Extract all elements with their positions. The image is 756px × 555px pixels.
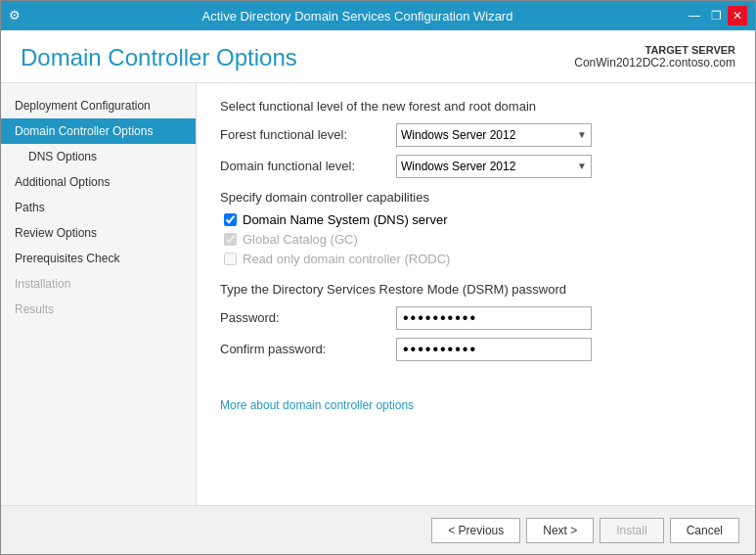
confirm-label: Confirm password:: [220, 342, 396, 356]
domain-dropdown[interactable]: Windows Server 2012 ▼: [396, 155, 592, 178]
forest-dropdown-arrow: ▼: [577, 129, 587, 140]
page-title: Domain Controller Options: [21, 44, 297, 72]
footer: < Previous Next > Install Cancel: [1, 505, 755, 554]
sidebar-item-deployment[interactable]: Deployment Configuration: [1, 93, 196, 118]
rodc-checkbox: [224, 253, 237, 265]
sidebar: Deployment Configuration Domain Controll…: [1, 83, 197, 505]
main-content: Select functional level of the new fores…: [197, 83, 755, 505]
main-window: ⚙ Active Directory Domain Services Confi…: [0, 0, 756, 555]
sidebar-item-dc-options[interactable]: Domain Controller Options: [1, 118, 196, 144]
confirm-password-input[interactable]: [396, 338, 592, 361]
content-area: Domain Controller Options TARGET SERVER …: [1, 30, 755, 505]
target-server-name: ConWin2012DC2.contoso.com: [574, 56, 735, 69]
sidebar-item-paths[interactable]: Paths: [1, 195, 196, 220]
sidebar-item-review[interactable]: Review Options: [1, 220, 196, 246]
sidebar-item-additional[interactable]: Additional Options: [1, 169, 196, 195]
forest-level-row: Forest functional level: Windows Server …: [220, 123, 732, 147]
forest-dropdown[interactable]: Windows Server 2012 ▼: [396, 123, 592, 147]
sidebar-item-prereqs[interactable]: Prerequisites Check: [1, 246, 196, 271]
target-server-info: TARGET SERVER ConWin2012DC2.contoso.com: [574, 44, 735, 69]
install-button: Install: [600, 518, 663, 543]
gc-checkbox-row: Global Catalog (GC): [220, 232, 732, 247]
confirm-password-row: Confirm password:: [220, 338, 732, 361]
dns-label: Domain Name System (DNS) server: [243, 212, 448, 227]
domain-dropdown-arrow: ▼: [577, 161, 587, 171]
title-bar: ⚙ Active Directory Domain Services Confi…: [1, 1, 755, 30]
more-link[interactable]: More about domain controller options: [220, 398, 414, 412]
forest-dropdown-wrap: Windows Server 2012 ▼: [396, 123, 592, 147]
domain-dropdown-wrap: Windows Server 2012 ▼: [396, 155, 592, 178]
rodc-label: Read only domain controller (RODC): [243, 252, 450, 266]
password-row: Password:: [220, 306, 732, 330]
page-header: Domain Controller Options TARGET SERVER …: [1, 30, 755, 83]
domain-label: Domain functional level:: [220, 159, 396, 173]
domain-level-row: Domain functional level: Windows Server …: [220, 155, 732, 178]
app-icon: ⚙: [9, 8, 24, 23]
previous-button[interactable]: < Previous: [431, 518, 520, 543]
dsrm-title: Type the Directory Services Restore Mode…: [220, 282, 732, 297]
sidebar-item-installation: Installation: [1, 271, 196, 297]
restore-button[interactable]: ❐: [706, 6, 726, 25]
domain-value: Windows Server 2012: [401, 160, 515, 173]
dns-checkbox-row: Domain Name System (DNS) server: [220, 212, 732, 227]
password-label: Password:: [220, 310, 396, 325]
window-title: Active Directory Domain Services Configu…: [30, 9, 685, 23]
password-input[interactable]: [396, 306, 592, 330]
minimize-button[interactable]: —: [685, 6, 704, 25]
sidebar-item-results: Results: [1, 297, 196, 322]
main-area: Deployment Configuration Domain Controll…: [1, 83, 755, 505]
cancel-button[interactable]: Cancel: [670, 518, 739, 543]
dns-checkbox[interactable]: [224, 213, 237, 226]
gc-checkbox: [224, 233, 237, 246]
sidebar-item-dns[interactable]: DNS Options: [1, 144, 196, 169]
gc-label: Global Catalog (GC): [243, 232, 358, 247]
rodc-checkbox-row: Read only domain controller (RODC): [220, 252, 732, 266]
functional-level-title: Select functional level of the new fores…: [220, 99, 732, 114]
forest-label: Forest functional level:: [220, 127, 396, 142]
target-server-label: TARGET SERVER: [574, 44, 735, 56]
close-button[interactable]: ✕: [728, 6, 747, 25]
capabilities-title: Specify domain controller capabilities: [220, 190, 732, 205]
next-button[interactable]: Next >: [526, 518, 594, 543]
window-controls: — ❐ ✕: [685, 6, 747, 25]
forest-value: Windows Server 2012: [401, 128, 515, 142]
